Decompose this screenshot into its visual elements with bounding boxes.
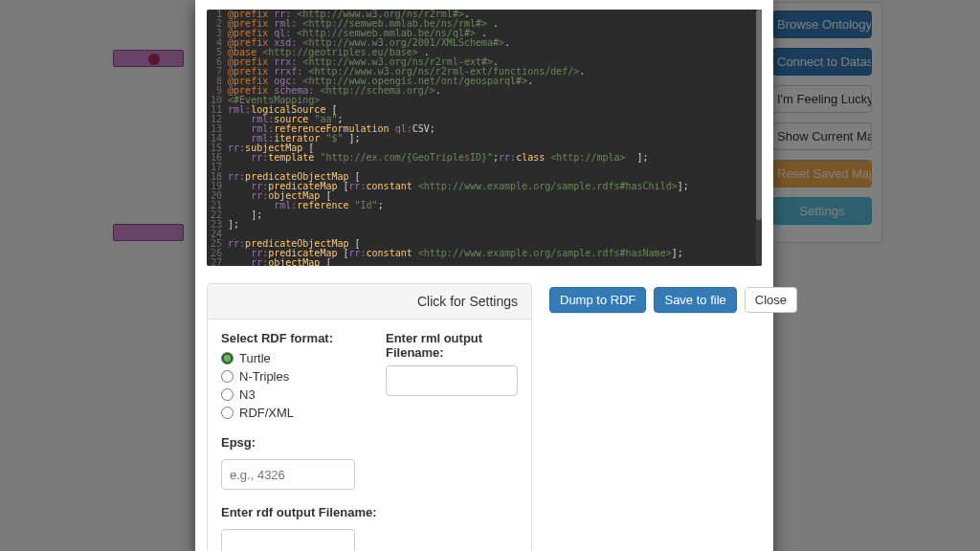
radio-turtle[interactable]: Turtle bbox=[221, 351, 353, 365]
close-button[interactable]: Close bbox=[745, 287, 797, 313]
settings-header[interactable]: Click for Settings bbox=[208, 284, 531, 320]
radio-n3-input[interactable] bbox=[221, 388, 234, 401]
editor-scroll-thumb[interactable] bbox=[756, 10, 762, 220]
radio-rdfxml[interactable]: RDF/XML bbox=[221, 406, 353, 420]
settings-panel: Click for Settings Select RDF format: Tu… bbox=[207, 283, 532, 551]
rdf-filename-input[interactable] bbox=[221, 529, 355, 551]
rdf-filename-label: Enter rdf output Filename: bbox=[221, 505, 518, 519]
mapping-modal: 1@prefix rr: <http://www.w3.org/ns/r2rml… bbox=[195, 0, 773, 551]
radio-rdfxml-input[interactable] bbox=[221, 407, 234, 419]
epsg-label: Epsg: bbox=[221, 435, 518, 450]
select-format-label: Select RDF format: bbox=[221, 331, 353, 345]
epsg-input[interactable] bbox=[221, 459, 355, 490]
code-editor[interactable]: 1@prefix rr: <http://www.w3.org/ns/r2rml… bbox=[207, 10, 762, 266]
rml-filename-input[interactable] bbox=[386, 365, 518, 396]
dump-rdf-button[interactable]: Dump to RDF bbox=[549, 287, 646, 313]
editor-scrollbar[interactable] bbox=[756, 10, 762, 266]
modal-action-bar: Dump to RDF Save to file Close bbox=[549, 283, 797, 551]
radio-ntriples-input[interactable] bbox=[221, 370, 234, 383]
radio-ntriples[interactable]: N-Triples bbox=[221, 369, 353, 384]
save-file-button[interactable]: Save to file bbox=[654, 287, 736, 313]
rml-filename-label: Enter rml output Filename: bbox=[386, 331, 518, 360]
radio-n3[interactable]: N3 bbox=[221, 387, 353, 402]
radio-turtle-input[interactable] bbox=[221, 352, 234, 364]
